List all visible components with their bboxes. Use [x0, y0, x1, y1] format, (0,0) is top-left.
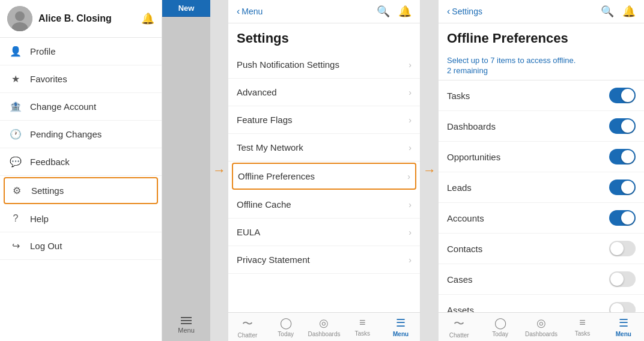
settings-item-push-notifications[interactable]: Push Notification Settings ›: [228, 51, 420, 79]
menu-tab-icon: ☰: [396, 316, 406, 330]
tasks-tab-label: Tasks: [355, 330, 371, 337]
sidebar-item-profile[interactable]: 👤 Profile: [0, 38, 162, 65]
arrow1-icon: →: [213, 163, 226, 178]
chatter-tab-icon: 〜: [242, 316, 253, 331]
back-chevron-icon: ‹: [237, 6, 240, 17]
help-icon: ?: [10, 213, 22, 224]
dashboards-tab-label: Dashboards: [525, 331, 557, 337]
sidebar-item-feedback[interactable]: 💬 Feedback: [0, 148, 162, 176]
tab-today[interactable]: ◯ Today: [267, 316, 305, 339]
sidebar-username: Alice B. Closing: [38, 13, 135, 24]
chatter-tab-label: Chatter: [238, 332, 258, 339]
sidebar-label-settings: Settings: [31, 186, 64, 196]
offline-label-assets: Assets: [447, 305, 609, 313]
sidebar-item-help[interactable]: ? Help: [0, 205, 162, 232]
sidebar-item-settings[interactable]: ⚙ Settings: [4, 177, 158, 204]
settings-item-offline-cache[interactable]: Offline Cache ›: [228, 191, 420, 219]
tab-chatter[interactable]: 〜 Chatter: [439, 316, 479, 339]
tab-tasks[interactable]: ≡ Tasks: [562, 316, 603, 339]
sidebar-item-logout[interactable]: ↪ Log Out: [0, 232, 162, 260]
chevron-icon-eula: ›: [409, 228, 412, 237]
sidebar-label-change-account: Change Account: [30, 101, 96, 112]
sidebar-label-logout: Log Out: [30, 241, 62, 251]
offline-item-contacts: Contacts: [439, 234, 644, 264]
profile-icon: 👤: [10, 46, 22, 57]
tasks-tab-icon: ≡: [579, 316, 586, 329]
avatar: [7, 6, 32, 31]
sidebar-label-help: Help: [30, 214, 49, 224]
settings-item-advanced[interactable]: Advanced ›: [228, 79, 420, 106]
settings-item-offline-preferences[interactable]: Offline Preferences ›: [232, 163, 416, 190]
toggle-assets[interactable]: [609, 302, 636, 312]
settings-title: Settings: [228, 23, 420, 51]
offline-item-leads: Leads: [439, 172, 644, 203]
offline-item-opportunities: Opportunities: [439, 142, 644, 172]
bell-icon-offline[interactable]: 🔔: [622, 5, 636, 18]
sidebar-nav: 👤 Profile ★ Favorites 🏦 Change Account 🕐…: [0, 38, 162, 341]
middle-menu-label: Menu: [178, 327, 195, 334]
toggle-accounts[interactable]: [609, 210, 636, 226]
bell-icon-settings[interactable]: 🔔: [398, 5, 412, 18]
tab-tasks[interactable]: ≡ Tasks: [343, 316, 381, 339]
tasks-tab-label: Tasks: [575, 330, 591, 337]
toggle-tasks[interactable]: [609, 88, 636, 103]
toggle-dashboards[interactable]: [609, 118, 636, 134]
settings-list: Push Notification Settings › Advanced › …: [228, 51, 420, 312]
svg-point-1: [15, 11, 25, 21]
offline-back-label: Settings: [452, 7, 482, 16]
toggle-cases[interactable]: [609, 271, 636, 287]
offline-item-cases: Cases: [439, 264, 644, 295]
sidebar-item-change-account[interactable]: 🏦 Change Account: [0, 93, 162, 121]
sidebar-panel: Alice B. Closing 🔔 👤 Profile ★ Favorites…: [0, 0, 162, 341]
sidebar-item-favorites[interactable]: ★ Favorites: [0, 65, 162, 93]
change-account-icon: 🏦: [10, 101, 22, 112]
chevron-icon-offline-cache: ›: [409, 200, 412, 210]
settings-icon: ⚙: [11, 185, 23, 196]
offline-subtitle: Select up to 7 items to access offline.: [439, 51, 644, 65]
offline-label-contacts: Contacts: [447, 244, 609, 254]
toggle-contacts[interactable]: [609, 241, 636, 256]
offline-item-tasks: Tasks: [439, 80, 644, 111]
settings-tab-bar: 〜 Chatter ◯ Today ◎ Dashboards ≡ Tasks ☰…: [228, 312, 420, 341]
settings-panel: ‹ Menu 🔍 🔔 Settings Push Notification Se…: [228, 0, 421, 341]
offline-item-assets: Assets: [439, 295, 644, 312]
new-badge: New: [162, 0, 210, 17]
tab-dashboards[interactable]: ◎ Dashboards: [521, 316, 562, 339]
settings-item-privacy-statement[interactable]: Privacy Statement ›: [228, 246, 420, 274]
offline-list: Tasks Dashboards Opportunities Leads Acc…: [439, 80, 644, 312]
search-icon[interactable]: 🔍: [377, 5, 390, 18]
sidebar-label-pending-changes: Pending Changes: [30, 129, 102, 139]
sidebar-item-pending-changes[interactable]: 🕐 Pending Changes: [0, 121, 162, 148]
dashboards-tab-icon: ◎: [319, 316, 329, 330]
tab-menu[interactable]: ☰ Menu: [381, 316, 420, 339]
settings-label-offline-cache: Offline Cache: [237, 199, 409, 210]
arrow2-icon: →: [423, 163, 436, 178]
settings-back-button[interactable]: ‹ Menu: [237, 6, 263, 17]
tab-chatter[interactable]: 〜 Chatter: [228, 316, 267, 339]
sidebar-header: Alice B. Closing 🔔: [0, 0, 162, 38]
chevron-icon-test-network: ›: [409, 143, 412, 152]
settings-item-eula[interactable]: EULA ›: [228, 219, 420, 246]
offline-item-accounts: Accounts: [439, 203, 644, 234]
tab-today[interactable]: ◯ Today: [479, 316, 520, 339]
settings-item-feature-flags[interactable]: Feature Flags ›: [228, 106, 420, 134]
toggle-leads[interactable]: [609, 180, 636, 195]
bell-icon[interactable]: 🔔: [141, 12, 154, 25]
offline-title: Offline Preferences: [439, 23, 644, 51]
offline-back-chevron-icon: ‹: [447, 6, 450, 17]
chevron-icon-privacy-statement: ›: [409, 255, 412, 265]
chatter-tab-label: Chatter: [449, 332, 469, 339]
tab-dashboards[interactable]: ◎ Dashboards: [305, 316, 344, 339]
chevron-icon-advanced: ›: [409, 88, 412, 97]
search-icon-offline[interactable]: 🔍: [601, 5, 614, 18]
offline-back-button[interactable]: ‹ Settings: [447, 6, 482, 17]
arrow1-container: →: [210, 0, 228, 341]
settings-item-test-network[interactable]: Test My Network ›: [228, 134, 420, 161]
logout-icon: ↪: [10, 240, 22, 252]
toggle-opportunities[interactable]: [609, 149, 636, 164]
arrow2-container: →: [421, 0, 439, 341]
hamburger-icon[interactable]: [181, 317, 192, 324]
chatter-tab-icon: 〜: [454, 316, 464, 331]
sidebar-label-profile: Profile: [30, 46, 56, 56]
tab-menu[interactable]: ☰ Menu: [603, 316, 644, 339]
